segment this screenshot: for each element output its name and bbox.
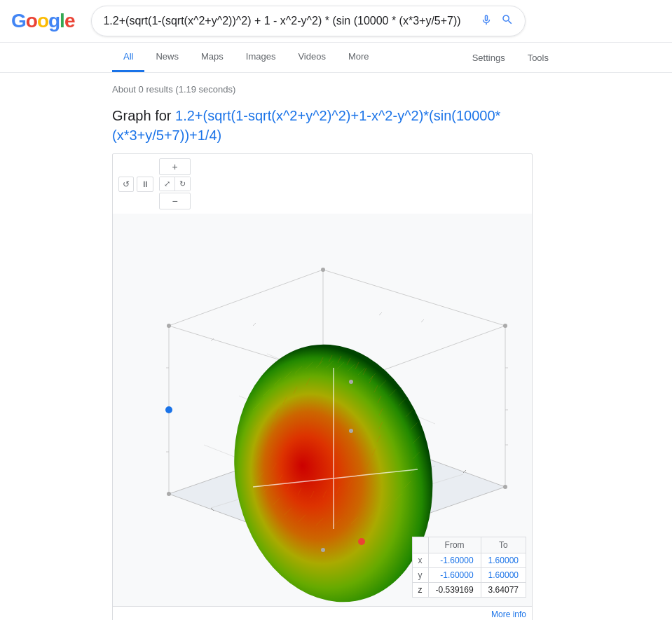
svg-point-99 [165,406,172,413]
search-icons [480,13,514,29]
tab-videos[interactable]: Videos [287,43,337,72]
graph-title: Graph for 1.2+(sqrt(1-sqrt(x^2+y^2)^2)+1… [112,106,560,145]
more-info-row: More info [113,606,532,620]
range-table: From To x -1.60000 1.60000 y -1.60000 1.… [412,537,526,598]
x-label: x [412,553,428,568]
y-label: y [412,568,428,583]
svg-point-104 [349,429,353,433]
more-info-link[interactable]: More info [491,609,526,619]
graph-toolbar: ↺ ⏸ + ⤢ ↻ − [113,154,532,214]
svg-point-101 [167,492,171,496]
results-stats: About 0 results (1.19 seconds) [112,84,560,95]
svg-point-102 [321,548,325,552]
settings-button[interactable]: Settings [461,44,516,71]
zoom-in-button[interactable]: + [159,158,191,175]
y-from-value: -1.60000 [428,568,481,583]
svg-point-100 [358,538,365,545]
table-row-z: z -0.539169 3.64077 [412,583,526,598]
header: Google [0,0,672,43]
svg-point-105 [167,324,171,328]
svg-point-103 [503,485,507,489]
rotate-button[interactable]: ↻ [175,177,190,191]
z-from-value: -0.539169 [428,583,481,598]
table-row-x: x -1.60000 1.60000 [412,553,526,568]
graph-display[interactable]: From To x -1.60000 1.60000 y -1.60000 1.… [113,214,532,606]
tab-more[interactable]: More [337,43,380,72]
results-area: About 0 results (1.19 seconds) Graph for… [0,73,672,620]
mic-icon[interactable] [480,13,493,29]
x-to-value: 1.60000 [481,553,526,568]
search-bar [91,6,526,36]
tab-images[interactable]: Images [235,43,287,72]
move-button[interactable]: ⤢ [160,177,175,191]
reset-button[interactable]: ↺ [118,177,134,192]
google-logo: Google [11,10,74,32]
search-input[interactable] [103,15,474,27]
z-to-value: 3.64077 [481,583,526,598]
tab-all[interactable]: All [112,43,144,72]
tab-news[interactable]: News [144,43,190,72]
table-corner-header [412,537,428,553]
pause-button[interactable]: ⏸ [137,177,153,192]
x-from-value: -1.60000 [428,553,481,568]
search-icon[interactable] [501,13,514,29]
table-to-header: To [481,537,526,553]
tab-maps[interactable]: Maps [190,43,235,72]
tools-button[interactable]: Tools [516,44,560,71]
graph-title-prefix: Graph for [112,108,175,123]
table-row-y: y -1.60000 1.60000 [412,568,526,583]
svg-point-107 [503,324,507,328]
zoom-out-button[interactable]: − [159,193,191,209]
y-to-value: 1.60000 [481,568,526,583]
graph-container: ↺ ⏸ + ⤢ ↻ − [112,153,533,620]
svg-point-106 [321,268,325,272]
svg-point-108 [349,380,353,384]
nav-right: Settings Tools [461,44,560,71]
z-label: z [412,583,428,598]
table-from-header: From [428,537,481,553]
nav-tabs: All News Maps Images Videos More Setting… [0,43,672,73]
